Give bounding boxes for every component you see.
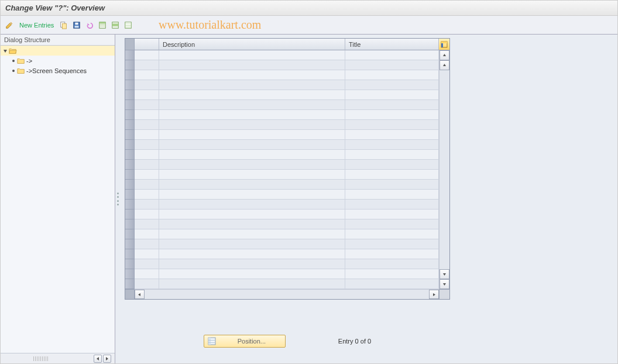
row-header[interactable] — [125, 130, 135, 140]
cell[interactable] — [159, 160, 345, 169]
cell[interactable] — [159, 219, 345, 229]
table-row[interactable] — [135, 100, 439, 110]
cell[interactable] — [345, 239, 439, 249]
row-header[interactable] — [125, 60, 135, 70]
cell[interactable] — [159, 80, 345, 90]
edit-button[interactable] — [4, 19, 15, 31]
row-header[interactable] — [125, 160, 135, 170]
cell[interactable] — [135, 229, 159, 239]
cell[interactable] — [135, 249, 159, 259]
scrollbar-grip[interactable] — [33, 356, 49, 361]
cell[interactable] — [135, 259, 159, 269]
save-button[interactable] — [71, 19, 82, 31]
grid-select-all[interactable] — [125, 39, 135, 50]
cell[interactable] — [135, 200, 159, 209]
row-header[interactable] — [125, 170, 135, 180]
cell[interactable] — [345, 120, 439, 129]
cell[interactable] — [159, 239, 345, 249]
cell[interactable] — [159, 120, 345, 129]
cell[interactable] — [135, 279, 159, 289]
deselect-button[interactable] — [123, 19, 133, 31]
table-row[interactable] — [135, 110, 439, 120]
select-all-button[interactable] — [97, 19, 108, 31]
cell[interactable] — [159, 210, 345, 219]
cell[interactable] — [159, 60, 345, 70]
cell[interactable] — [159, 130, 345, 139]
cell[interactable] — [345, 200, 439, 209]
tree-node-child-1[interactable]: -> — [1, 56, 115, 66]
cell[interactable] — [345, 259, 439, 269]
cell[interactable] — [345, 80, 439, 90]
cell[interactable] — [345, 279, 439, 289]
cell[interactable] — [159, 249, 345, 259]
row-header[interactable] — [125, 210, 135, 219]
cell[interactable] — [135, 80, 159, 90]
cell[interactable] — [135, 190, 159, 199]
cell[interactable] — [159, 170, 345, 179]
vscroll-down-step[interactable] — [440, 269, 449, 279]
new-entries-button[interactable]: New Entries — [17, 22, 56, 29]
vscroll-up[interactable] — [440, 50, 449, 60]
cell[interactable] — [345, 229, 439, 239]
cell[interactable] — [345, 210, 439, 219]
cell[interactable] — [345, 170, 439, 179]
cell[interactable] — [345, 180, 439, 189]
vscroll-track[interactable] — [440, 70, 449, 269]
cell[interactable] — [345, 150, 439, 159]
cell[interactable] — [135, 120, 159, 129]
cell[interactable] — [159, 190, 345, 199]
table-row[interactable] — [135, 219, 439, 229]
cell[interactable] — [159, 259, 345, 269]
cell[interactable] — [345, 269, 439, 279]
table-row[interactable] — [135, 120, 439, 130]
cell[interactable] — [159, 269, 345, 279]
table-row[interactable] — [135, 190, 439, 200]
row-header[interactable] — [125, 50, 135, 60]
cell[interactable] — [135, 50, 159, 60]
cell[interactable] — [135, 160, 159, 169]
cell[interactable] — [159, 100, 345, 109]
row-header[interactable] — [125, 279, 135, 289]
table-row[interactable] — [135, 239, 439, 249]
table-row[interactable] — [135, 180, 439, 190]
cell[interactable] — [345, 249, 439, 259]
cell[interactable] — [135, 130, 159, 139]
row-header[interactable] — [125, 90, 135, 100]
cell[interactable] — [159, 50, 345, 60]
vscroll-down[interactable] — [440, 279, 449, 289]
cell[interactable] — [135, 100, 159, 109]
tree-node-child-2[interactable]: ->Screen Sequences — [1, 66, 115, 75]
select-block-button[interactable] — [110, 19, 121, 31]
cell[interactable] — [345, 70, 439, 80]
tree-scroll-left[interactable] — [94, 355, 102, 363]
row-header[interactable] — [125, 229, 135, 239]
cell[interactable] — [135, 70, 159, 80]
cell[interactable] — [159, 150, 345, 159]
row-header[interactable] — [125, 190, 135, 200]
cell[interactable] — [159, 229, 345, 239]
table-row[interactable] — [135, 130, 439, 140]
table-row[interactable] — [135, 60, 439, 70]
row-header[interactable] — [125, 110, 135, 120]
cell[interactable] — [135, 170, 159, 179]
cell[interactable] — [135, 150, 159, 159]
table-row[interactable] — [135, 269, 439, 279]
cell[interactable] — [135, 60, 159, 70]
table-row[interactable] — [135, 160, 439, 170]
table-row[interactable] — [135, 249, 439, 259]
table-row[interactable] — [135, 259, 439, 269]
cell[interactable] — [345, 140, 439, 149]
table-row[interactable] — [135, 140, 439, 150]
cell[interactable] — [159, 70, 345, 80]
hscroll-right[interactable] — [429, 290, 439, 299]
splitter-handle[interactable] — [115, 35, 121, 363]
tree-node-root[interactable] — [1, 46, 115, 56]
cell[interactable] — [159, 90, 345, 99]
cell[interactable] — [345, 130, 439, 139]
cell[interactable] — [345, 110, 439, 119]
cell[interactable] — [135, 180, 159, 189]
row-header[interactable] — [125, 269, 135, 279]
cell[interactable] — [135, 269, 159, 279]
vscroll-up-step[interactable] — [440, 60, 449, 70]
cell[interactable] — [135, 239, 159, 249]
